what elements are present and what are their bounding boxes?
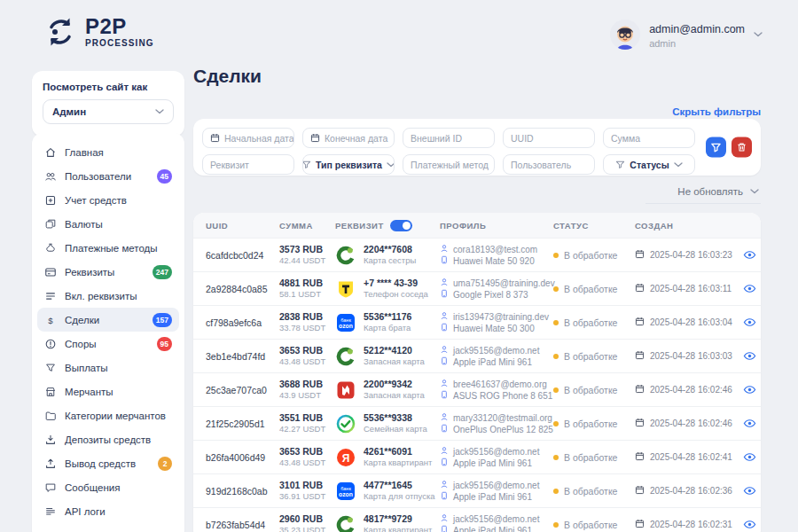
sidebar-item-home[interactable]: Главная <box>37 140 179 164</box>
account-menu[interactable]: admin@admin.com admin <box>610 20 763 50</box>
brand-subtitle: PROCESSING <box>85 39 154 48</box>
sidebar-item-currencies[interactable]: Валюты <box>37 212 179 236</box>
svg-text:Я: Я <box>342 451 350 464</box>
deal-requisite: 4817**9729Карта квартирант <box>335 513 440 532</box>
requisite-type-dropdown[interactable]: Тип реквизита <box>302 154 395 175</box>
sidebar-item-payouts[interactable]: Выплаты <box>37 356 179 379</box>
status-dot <box>553 253 559 258</box>
ozon-bank-icon: банкozon <box>335 312 356 333</box>
deal-profile: mary33120@testmail.orgOnePlus OnePlus 12… <box>440 412 553 435</box>
external-id-input[interactable]: Внешний ID <box>403 128 495 148</box>
calendar-icon <box>635 249 645 261</box>
payouts-icon <box>44 362 57 374</box>
clear-filters-button[interactable] <box>732 137 752 158</box>
end-date-input[interactable]: Конечная дата <box>302 128 395 148</box>
person-icon <box>440 345 449 356</box>
deal-profile: iris139473@training.devHuawei Mate 50 30… <box>440 311 553 334</box>
sidebar-item-withdrawals[interactable]: Вывод средств2 <box>37 451 179 475</box>
calendar-icon <box>635 317 645 328</box>
user-input[interactable]: Пользователь <box>503 154 595 175</box>
view-site-as-card: Посмотреть сайт как Админ <box>32 71 184 137</box>
deal-uuid: cf798a9efc6a <box>193 317 279 328</box>
view-site-as-value: Админ <box>52 106 86 117</box>
sidebar-item-deposits[interactable]: Депозиты средств <box>37 427 179 451</box>
view-site-as-select[interactable]: Админ <box>43 99 174 124</box>
phone-icon <box>440 491 449 503</box>
deal-uuid: 3eb1e4bd74fd <box>193 351 279 362</box>
deal-created: 2025-04-28 16:02:46 <box>635 418 739 429</box>
calendar-icon <box>635 350 645 362</box>
chevron-down-icon <box>750 189 759 194</box>
sidebar-item-messages[interactable]: Сообщения <box>37 475 179 499</box>
count-badge: 247 <box>153 265 172 279</box>
sidebar-item-disputes[interactable]: Споры95 <box>37 332 179 356</box>
requisite-input[interactable]: Реквизит <box>202 154 294 175</box>
merchant-categories-icon <box>44 410 57 422</box>
filter-placeholder: UUID <box>511 133 534 144</box>
sidebar-item-deals[interactable]: $Сделки157 <box>37 308 179 332</box>
apply-filters-button[interactable] <box>706 137 726 158</box>
start-date-input[interactable]: Начальная дата <box>202 128 294 148</box>
view-deal-button[interactable] <box>739 484 761 497</box>
table-body: 6cafdcbc0d243573 RUB42.44 USDT2204**7608… <box>193 238 761 532</box>
merchants-icon <box>44 386 57 398</box>
uuid-input[interactable]: UUID <box>503 128 595 148</box>
deal-requisite: +7 **** 43-39Телефон соседа <box>335 278 440 299</box>
sidebar-item-merchants[interactable]: Мерчанты <box>37 379 179 403</box>
deal-amount: 3101 RUB36.91 USDT <box>279 480 335 501</box>
currencies-icon <box>44 218 57 231</box>
sidebar-item-payment-methods[interactable]: Платежные методы <box>37 236 179 260</box>
sidebar-item-merchant-categories[interactable]: Категории мерчантов <box>37 403 179 427</box>
view-deal-button[interactable] <box>739 349 761 363</box>
funds-ledger-icon <box>44 194 57 207</box>
api-logs-icon <box>44 505 57 518</box>
sidebar-item-requisites[interactable]: Реквизиты247 <box>37 260 179 284</box>
view-deal-button[interactable] <box>739 383 761 396</box>
green-bank-icon <box>335 245 356 266</box>
count-badge: 2 <box>158 457 172 471</box>
view-site-as-label: Посмотреть сайт как <box>43 82 174 92</box>
person-icon <box>440 513 449 525</box>
deal-created: 2025-04-28 16:03:03 <box>635 350 739 362</box>
payment-methods-icon <box>44 242 57 254</box>
deal-uuid: 21f25c2905d1 <box>193 419 279 429</box>
filter-actions <box>706 137 752 158</box>
withdrawals-icon <box>44 458 57 470</box>
deal-status: В обработке <box>553 419 635 429</box>
deals-table: UUID СУММА РЕКВИЗИТ ПРОФИЛЬ СТАТУС СОЗДА… <box>193 213 761 532</box>
page-title: Сделки <box>193 66 761 87</box>
person-icon <box>440 379 449 390</box>
sidebar-item-funds-ledger[interactable]: Учет средств <box>37 188 179 212</box>
users-icon <box>44 170 57 183</box>
hide-filters-link[interactable]: Скрыть фильтры <box>672 106 761 117</box>
deal-created: 2025-04-28 16:02:46 <box>635 384 739 395</box>
status-dot <box>553 455 559 460</box>
sidebar-item-included-requisites[interactable]: Вкл. реквизиты <box>37 284 179 308</box>
view-deal-button[interactable] <box>739 248 761 262</box>
amount-input[interactable]: Сумма <box>603 128 695 148</box>
deal-amount: 3653 RUB43.48 USDT <box>279 446 335 467</box>
view-deal-button[interactable] <box>739 282 761 295</box>
chevron-down-icon <box>754 32 763 37</box>
chevron-down-icon <box>387 162 395 168</box>
person-icon <box>440 244 449 255</box>
refresh-select[interactable]: Не обновлять <box>645 186 761 204</box>
deal-created: 2025-04-28 16:03:04 <box>635 317 739 328</box>
requisite-toggle[interactable] <box>390 220 412 231</box>
view-deal-button[interactable] <box>739 450 761 464</box>
sidebar-item-api-logs[interactable]: API логи <box>37 499 179 523</box>
main-content: Сделки Скрыть фильтры Начальная датаКоне… <box>193 66 761 87</box>
statuses-dropdown[interactable]: Статусы <box>603 154 695 175</box>
view-deal-button[interactable] <box>739 518 761 531</box>
view-deal-button[interactable] <box>739 417 761 430</box>
deal-requisite: банкozon4477**1645Карта для отпуска <box>335 480 440 501</box>
included-requisites-icon <box>44 290 57 302</box>
view-deal-button[interactable] <box>739 316 761 329</box>
deal-amount: 4881 RUB58.1 USDT <box>279 278 335 299</box>
sidebar-item-users[interactable]: Пользователи45 <box>37 164 179 188</box>
avatar <box>610 20 640 50</box>
status-dot <box>553 320 559 325</box>
table-row: 6cafdcbc0d243573 RUB42.44 USDT2204**7608… <box>193 238 761 271</box>
filter-placeholder: Внешний ID <box>411 133 462 144</box>
payment-method-input[interactable]: Платежный метод <box>403 154 495 175</box>
